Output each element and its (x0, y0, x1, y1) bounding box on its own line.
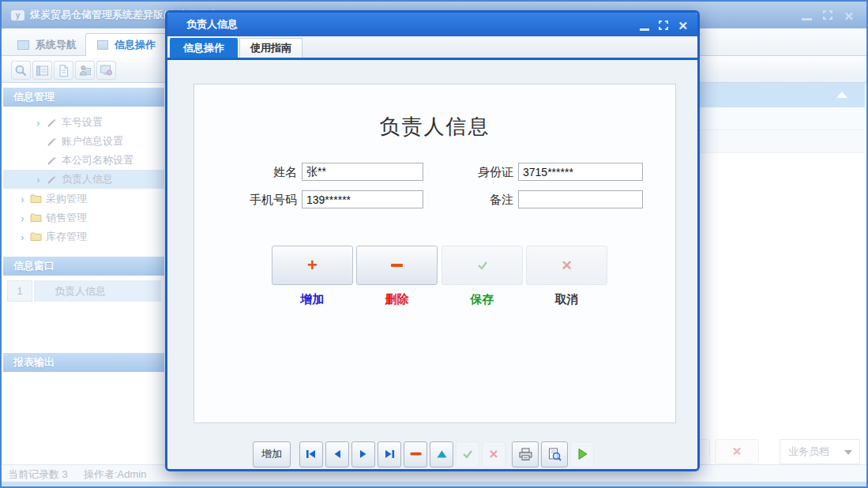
x-icon: ✕ (561, 257, 572, 274)
dialog-tab-info-operations[interactable]: 信息操作 (170, 38, 238, 58)
tree-item-label: 采购管理 (46, 192, 87, 206)
dialog-minimize-icon[interactable] (640, 28, 649, 31)
delete-button[interactable] (356, 246, 438, 285)
dialog-tab-bar: 信息操作 使用指南 (167, 36, 697, 60)
row-label: 负责人信息 (34, 280, 161, 302)
document-icon[interactable] (54, 61, 73, 80)
chevron-right-icon: › (33, 174, 43, 186)
close-icon[interactable]: ✕ (844, 10, 854, 22)
chevron-right-icon: › (17, 212, 28, 224)
wand-icon (45, 118, 58, 128)
row-index: 1 (7, 280, 32, 302)
salesman-archive-dropdown[interactable]: 业务员档 (780, 439, 860, 464)
edit-record-icon[interactable] (430, 441, 453, 467)
name-label: 姓名 (224, 163, 297, 181)
sidebar-section-info-window[interactable]: 信息窗口 (3, 257, 164, 276)
name-field[interactable] (302, 163, 423, 181)
cancel-edit-icon[interactable] (482, 441, 505, 467)
app-icon: y (11, 10, 24, 21)
save-button-label[interactable]: 保存 (442, 292, 523, 307)
execute-icon[interactable] (570, 441, 594, 467)
form-panel: 负责人信息 姓名 身份证 手机号码 备注 + (194, 84, 676, 423)
remark-label: 备注 (441, 190, 513, 208)
dialog-maximize-icon[interactable] (659, 19, 668, 33)
sidebar-section-info-management[interactable]: 信息管理 (3, 88, 164, 107)
sidebar: 信息管理 › 车号设置 账户信息设置 本公司名称设置 › 负责人信息 › 采购管… (2, 83, 167, 461)
delete-record-icon[interactable] (404, 441, 427, 467)
tree-item-label: 本公司名称设置 (62, 153, 133, 167)
window-bottom-strip (2, 482, 866, 488)
add-button-label[interactable]: 增加 (272, 292, 353, 307)
minus-icon (391, 264, 403, 267)
first-record-icon[interactable] (299, 441, 323, 467)
dialog-close-icon[interactable]: ✕ (678, 21, 688, 32)
remark-field[interactable] (518, 190, 643, 208)
list-icon[interactable] (32, 61, 52, 80)
restore-icon[interactable] (823, 9, 832, 23)
post-record-icon[interactable] (456, 441, 479, 467)
form-heading: 负责人信息 (194, 113, 675, 141)
dialog-body: 负责人信息 姓名 身份证 手机号码 备注 + (167, 62, 697, 469)
dialog-title: 负责人信息 (186, 17, 238, 32)
tree-item-label: 销售管理 (46, 211, 87, 225)
folder-icon (29, 232, 42, 242)
system-navigation-icon (17, 40, 29, 50)
sidebar-item-vehicle-number-setup[interactable]: › 车号设置 (3, 113, 164, 132)
chevron-down-icon (844, 450, 852, 455)
collapse-up-icon[interactable] (836, 92, 847, 98)
tree-item-label: 账户信息设置 (62, 134, 123, 148)
chevron-right-icon: › (17, 231, 28, 243)
monitor-icon[interactable] (96, 61, 116, 80)
check-icon (476, 260, 489, 271)
background-cancel-button[interactable]: ✕ (715, 439, 759, 464)
person-info-dialog: 负责人信息 ✕ 信息操作 使用指南 负责人信息 姓名 身份证 (165, 10, 700, 471)
id-card-field[interactable] (518, 163, 643, 181)
plus-icon: + (307, 257, 318, 273)
sidebar-section-report-output[interactable]: 报表输出 (3, 353, 164, 372)
user-icon[interactable] (75, 61, 95, 80)
wand-icon (45, 156, 58, 166)
sidebar-item-inventory-management[interactable]: › 库存管理 (3, 227, 164, 246)
print-preview-icon[interactable] (541, 441, 568, 467)
search-icon[interactable] (11, 61, 31, 80)
record-count: 当前记录数 3 (8, 467, 68, 482)
chevron-right-icon: › (33, 117, 43, 129)
tree-item-label: 库存管理 (46, 230, 87, 244)
tree-item-label: 车号设置 (62, 115, 103, 130)
dialog-tab-user-guide[interactable]: 使用指南 (239, 38, 302, 58)
cancel-button-label[interactable]: 取消 (526, 292, 607, 307)
wand-icon (45, 175, 58, 185)
tree-item-label: 负责人信息 (62, 172, 113, 186)
tab-label: 系统导航 (36, 38, 77, 52)
next-record-icon[interactable] (351, 441, 375, 467)
wand-icon (45, 137, 58, 147)
chevron-right-icon: › (17, 193, 28, 205)
print-icon[interactable] (512, 441, 539, 467)
minimize-icon[interactable] (802, 18, 812, 21)
sidebar-item-sales-management[interactable]: › 销售管理 (3, 208, 164, 227)
info-window-row[interactable]: 1 负责人信息 (3, 280, 164, 302)
previous-record-icon[interactable] (325, 441, 349, 467)
add-record-button[interactable]: 增加 (253, 441, 291, 467)
sidebar-item-purchase-management[interactable]: › 采购管理 (3, 190, 164, 208)
cancel-x-icon: ✕ (732, 445, 742, 459)
folder-icon (29, 213, 42, 223)
phone-label: 手机号码 (218, 190, 297, 208)
tab-information-operations[interactable]: 信息操作 (85, 33, 167, 56)
main-window: y 煤炭贸易仓储管理系统差异版(未注册用户) ✕ 系统导航 信息操作 (0, 0, 868, 488)
dropdown-label: 业务员档 (788, 445, 829, 459)
tab-label: 信息操作 (115, 38, 156, 52)
save-button[interactable] (442, 246, 523, 285)
tab-system-navigation[interactable]: 系统导航 (6, 33, 88, 56)
dialog-titlebar: 负责人信息 ✕ (167, 13, 697, 36)
delete-button-label[interactable]: 删除 (356, 292, 438, 307)
cancel-button[interactable]: ✕ (526, 246, 607, 285)
add-button[interactable]: + (272, 246, 353, 285)
phone-field[interactable] (302, 190, 423, 208)
sidebar-item-person-in-charge-info[interactable]: › 负责人信息 (3, 170, 164, 189)
last-record-icon[interactable] (378, 441, 401, 467)
sidebar-item-account-info-setup[interactable]: 账户信息设置 (3, 132, 164, 151)
sidebar-item-company-name-setup[interactable]: 本公司名称设置 (3, 151, 164, 170)
grid-icon (97, 40, 108, 50)
record-navigator-toolbar: 增加 (167, 440, 697, 468)
